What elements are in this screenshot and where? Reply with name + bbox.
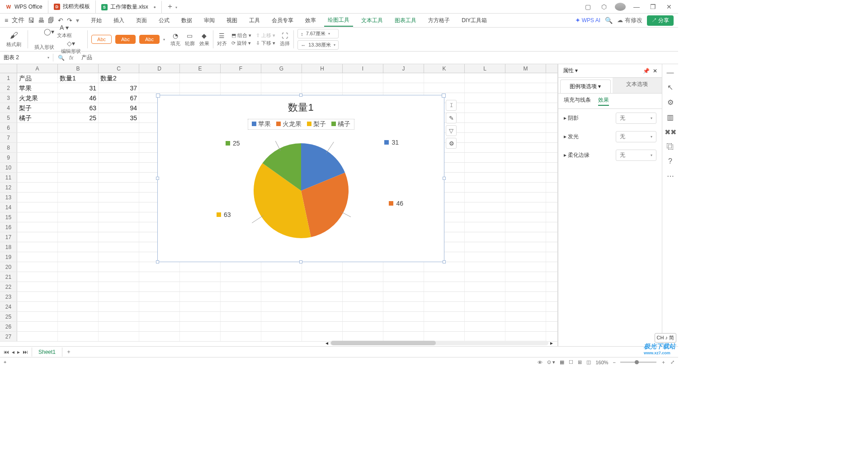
cell[interactable]	[139, 262, 180, 272]
cell[interactable]	[17, 163, 58, 172]
cell[interactable]: 苹果	[17, 83, 58, 93]
tab-formula[interactable]: 公式	[155, 15, 173, 26]
tab-ffgz[interactable]: 方方格子	[425, 15, 453, 26]
cell[interactable]	[505, 312, 546, 321]
cell[interactable]	[383, 73, 424, 83]
cell[interactable]	[505, 262, 546, 272]
cell[interactable]	[139, 322, 180, 331]
cell[interactable]	[261, 73, 302, 83]
cell[interactable]	[99, 332, 139, 341]
cell[interactable]	[99, 312, 139, 321]
cell[interactable]	[465, 143, 505, 152]
cell[interactable]	[261, 302, 302, 311]
cell[interactable]: 火龙果	[17, 93, 58, 103]
cell[interactable]	[99, 193, 139, 202]
cell[interactable]	[58, 302, 99, 311]
zoom-value[interactable]: 160%	[595, 360, 608, 365]
sheet-first-icon[interactable]: ⏮	[4, 349, 9, 355]
chart-icon[interactable]: ⿻	[667, 143, 674, 151]
cell[interactable]	[343, 83, 383, 93]
cell[interactable]	[99, 173, 139, 182]
cell[interactable]	[17, 133, 58, 142]
row-header[interactable]: 19	[0, 252, 17, 262]
row-header[interactable]: 7	[0, 133, 17, 142]
tab-chart-tools[interactable]: 图表工具	[391, 15, 420, 26]
subtab-fill-line[interactable]: 填充与线条	[564, 96, 591, 106]
cell[interactable]	[221, 322, 261, 331]
print-icon[interactable]: 🖶	[38, 17, 44, 24]
cell[interactable]	[221, 262, 261, 272]
cell[interactable]	[221, 312, 261, 321]
cell[interactable]	[302, 83, 343, 93]
cell[interactable]	[180, 272, 221, 282]
more-icon[interactable]: ⋯	[667, 172, 674, 180]
cell[interactable]	[505, 153, 546, 162]
cell[interactable]	[383, 262, 424, 272]
collapse-icon[interactable]: —	[667, 69, 674, 77]
cell[interactable]: 数量1	[58, 73, 99, 83]
cell[interactable]	[261, 312, 302, 321]
cell[interactable]	[99, 272, 139, 282]
cell[interactable]	[17, 222, 58, 232]
col-H[interactable]: H	[302, 64, 343, 73]
fullscreen-icon[interactable]: ⤢	[670, 359, 675, 365]
select-all-corner[interactable]	[0, 64, 17, 73]
cell[interactable]	[17, 173, 58, 182]
cell[interactable]	[139, 282, 180, 291]
fill-button[interactable]: ◔填充	[170, 32, 180, 47]
cell[interactable]	[343, 272, 383, 282]
cell[interactable]	[261, 332, 302, 341]
cell[interactable]	[17, 322, 58, 331]
cube-icon[interactable]: ⬡	[599, 3, 609, 10]
cell[interactable]	[139, 332, 180, 341]
cell[interactable]	[424, 292, 465, 301]
cell[interactable]	[465, 302, 505, 311]
spreadsheet-grid[interactable]: A B C D E F G H I J K L M 1产品数量1数量22苹果31…	[0, 64, 558, 346]
cell[interactable]	[505, 143, 546, 152]
cell[interactable]: 产品	[17, 73, 58, 83]
cell[interactable]	[58, 272, 99, 282]
cell[interactable]	[302, 302, 343, 311]
cell[interactable]	[424, 312, 465, 321]
cell[interactable]	[221, 83, 261, 93]
cell[interactable]	[58, 202, 99, 212]
cell[interactable]: 数量2	[99, 73, 139, 83]
cell[interactable]	[383, 292, 424, 301]
cell[interactable]	[17, 202, 58, 212]
view-break-icon[interactable]: ⊞	[578, 359, 582, 365]
cell[interactable]	[99, 262, 139, 272]
tab-drawing-tools[interactable]: 绘图工具	[324, 14, 353, 27]
chart-settings-button[interactable]: ⚙	[446, 138, 457, 149]
shadow-select[interactable]: 无▾	[616, 113, 656, 124]
soft-edge-select[interactable]: 无▾	[616, 150, 656, 161]
col-D[interactable]: D	[139, 64, 180, 73]
cell[interactable]	[99, 302, 139, 311]
cell[interactable]	[465, 193, 505, 202]
cell[interactable]	[17, 242, 58, 252]
cell[interactable]	[505, 252, 546, 262]
chart-styles-button[interactable]: ✎	[446, 113, 457, 123]
cell[interactable]	[261, 272, 302, 282]
cell[interactable]	[58, 153, 99, 162]
cell[interactable]	[302, 272, 343, 282]
row-header[interactable]: 4	[0, 103, 17, 113]
col-A[interactable]: A	[17, 64, 58, 73]
rotate-button[interactable]: ⟳ 旋转 ▾	[231, 40, 251, 47]
cell[interactable]	[17, 143, 58, 152]
cell[interactable]	[58, 193, 99, 202]
text-box-button[interactable]: А ▾文本框	[57, 24, 72, 39]
panel-close-icon[interactable]: ✕	[653, 68, 657, 74]
cell[interactable]	[139, 292, 180, 301]
insert-shape-button[interactable]: ◯▾	[44, 28, 54, 35]
cell[interactable]	[465, 202, 505, 212]
sheet-tab[interactable]: Sheet1	[32, 348, 62, 357]
cell[interactable]	[261, 322, 302, 331]
cell[interactable]	[505, 222, 546, 232]
cell[interactable]	[424, 262, 465, 272]
view-dot-icon[interactable]: ⊙ ▾	[547, 359, 555, 365]
cell[interactable]	[99, 252, 139, 262]
cell[interactable]	[17, 193, 58, 202]
cell[interactable]	[99, 212, 139, 222]
app-tab-template[interactable]: D 找稻壳模板	[48, 0, 96, 13]
cell[interactable]	[221, 332, 261, 341]
